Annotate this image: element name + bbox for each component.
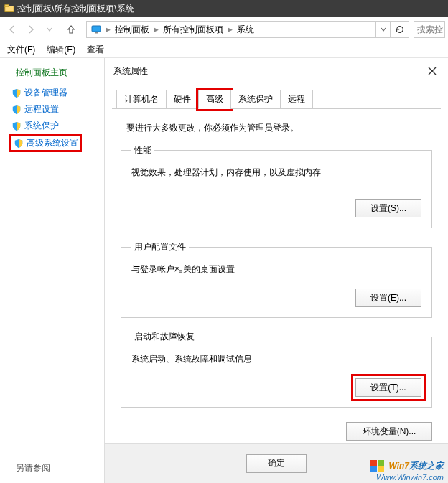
address-strip-text: 控制面板\所有控制面板项\系统 bbox=[17, 3, 134, 15]
dialog-button-row: 确定 Win7系统之家 Www.Winwin7.com bbox=[105, 443, 448, 483]
group-performance-legend: 性能 bbox=[131, 144, 154, 156]
svg-rect-3 bbox=[95, 32, 98, 34]
tab-advanced[interactable]: 高级 bbox=[198, 90, 231, 109]
breadcrumb[interactable]: ▶ 控制面板 ▶ 所有控制面板项 ▶ 系统 bbox=[86, 21, 409, 38]
up-button[interactable] bbox=[62, 20, 80, 39]
see-also-label: 另请参阅 bbox=[16, 462, 50, 474]
group-user-profiles: 用户配置文件 与登录帐户相关的桌面设置 设置(E)... bbox=[121, 241, 432, 318]
sidebar-item-device-manager[interactable]: 设备管理器 bbox=[0, 85, 104, 101]
system-properties-dialog: 系统属性 计算机名 硬件 高级 系统保护 远程 要进行大多数更改，你必须作为管理… bbox=[104, 58, 448, 483]
admin-note: 要进行大多数更改，你必须作为管理员登录。 bbox=[126, 122, 432, 134]
watermark-url: Www.Winwin7.com bbox=[370, 473, 444, 482]
tab-computer-name[interactable]: 计算机名 bbox=[116, 90, 167, 109]
sidebar-item-label: 远程设置 bbox=[24, 103, 59, 116]
group-performance: 性能 视觉效果，处理器计划，内存使用，以及虚拟内存 设置(S)... bbox=[121, 144, 432, 228]
sidebar-item-remote-settings[interactable]: 远程设置 bbox=[0, 101, 104, 118]
environment-variables-button[interactable]: 环境变量(N)... bbox=[346, 422, 432, 441]
sidebar-item-label: 系统保护 bbox=[24, 120, 59, 132]
search-placeholder: 搜索控 bbox=[417, 24, 443, 36]
back-button[interactable] bbox=[3, 20, 22, 39]
chevron-right-icon: ▶ bbox=[226, 26, 234, 33]
tab-hardware[interactable]: 硬件 bbox=[166, 90, 199, 109]
dialog-title: 系统属性 bbox=[113, 65, 424, 78]
tab-remote[interactable]: 远程 bbox=[280, 90, 313, 109]
forward-button[interactable] bbox=[22, 20, 40, 39]
monitor-icon bbox=[90, 23, 103, 36]
shield-icon bbox=[14, 139, 24, 149]
breadcrumb-seg-3[interactable]: 系统 bbox=[234, 24, 257, 36]
chevron-right-icon: ▶ bbox=[152, 26, 160, 33]
refresh-button[interactable] bbox=[390, 22, 409, 37]
address-strip: 控制面板\所有控制面板项\系统 bbox=[0, 0, 448, 17]
sidebar-item-system-protection[interactable]: 系统保护 bbox=[0, 118, 104, 134]
breadcrumb-dropdown[interactable] bbox=[375, 22, 390, 37]
group-user-profiles-legend: 用户配置文件 bbox=[131, 241, 189, 253]
breadcrumb-seg-1[interactable]: 控制面板 bbox=[112, 24, 152, 36]
menubar: 文件(F) 编辑(E) 查看 bbox=[0, 42, 448, 58]
sidebar: 控制面板主页 设备管理器 远程设置 系统保护 高级系统设置 另请参阅 bbox=[0, 58, 104, 483]
svg-rect-6 bbox=[370, 466, 377, 472]
svg-rect-7 bbox=[378, 466, 384, 472]
svg-rect-4 bbox=[370, 460, 377, 466]
performance-settings-button[interactable]: 设置(S)... bbox=[355, 199, 421, 217]
tab-system-protection[interactable]: 系统保护 bbox=[230, 90, 281, 109]
sidebar-title[interactable]: 控制面板主页 bbox=[0, 67, 104, 85]
menu-file[interactable]: 文件(F) bbox=[3, 42, 39, 57]
shield-icon bbox=[11, 105, 22, 115]
toolbar: ▶ 控制面板 ▶ 所有控制面板项 ▶ 系统 搜索控 bbox=[0, 17, 448, 42]
menu-edit[interactable]: 编辑(E) bbox=[42, 42, 80, 57]
ok-button[interactable]: 确定 bbox=[246, 454, 307, 473]
svg-rect-5 bbox=[378, 460, 384, 466]
shield-icon bbox=[11, 88, 22, 98]
recent-dropdown[interactable] bbox=[40, 20, 59, 39]
shield-icon bbox=[11, 121, 22, 131]
breadcrumb-seg-2[interactable]: 所有控制面板项 bbox=[160, 24, 226, 36]
search-input[interactable]: 搜索控 bbox=[414, 21, 445, 38]
group-startup-recovery-desc: 系统启动、系统故障和调试信息 bbox=[131, 353, 421, 365]
tabstrip: 计算机名 硬件 高级 系统保护 远程 bbox=[105, 90, 448, 109]
sidebar-item-label: 设备管理器 bbox=[24, 87, 67, 99]
folder-icon bbox=[4, 4, 14, 14]
menu-view[interactable]: 查看 bbox=[83, 42, 108, 57]
group-user-profiles-desc: 与登录帐户相关的桌面设置 bbox=[131, 263, 421, 276]
watermark-brand: Win7系统之家 bbox=[388, 458, 444, 472]
sidebar-item-label[interactable]: 高级系统设置 bbox=[27, 137, 78, 149]
startup-recovery-settings-button[interactable]: 设置(T)... bbox=[355, 378, 421, 397]
svg-rect-1 bbox=[5, 5, 9, 7]
chevron-right-icon: ▶ bbox=[104, 26, 112, 33]
group-performance-desc: 视觉效果，处理器计划，内存使用，以及虚拟内存 bbox=[131, 167, 421, 179]
svg-rect-2 bbox=[92, 26, 101, 32]
close-button[interactable] bbox=[424, 62, 441, 80]
dialog-body: 要进行大多数更改，你必须作为管理员登录。 性能 视觉效果，处理器计划，内存使用，… bbox=[105, 109, 448, 443]
windows-flag-icon bbox=[370, 460, 385, 473]
dialog-titlebar: 系统属性 bbox=[105, 58, 448, 84]
group-startup-recovery-legend: 启动和故障恢复 bbox=[131, 331, 197, 343]
group-startup-recovery: 启动和故障恢复 系统启动、系统故障和调试信息 设置(T)... bbox=[121, 331, 432, 408]
sidebar-item-advanced-system-highlighted: 高级系统设置 bbox=[9, 134, 82, 152]
user-profiles-settings-button[interactable]: 设置(E)... bbox=[355, 289, 421, 307]
watermark: Win7系统之家 Www.Winwin7.com bbox=[370, 458, 444, 482]
